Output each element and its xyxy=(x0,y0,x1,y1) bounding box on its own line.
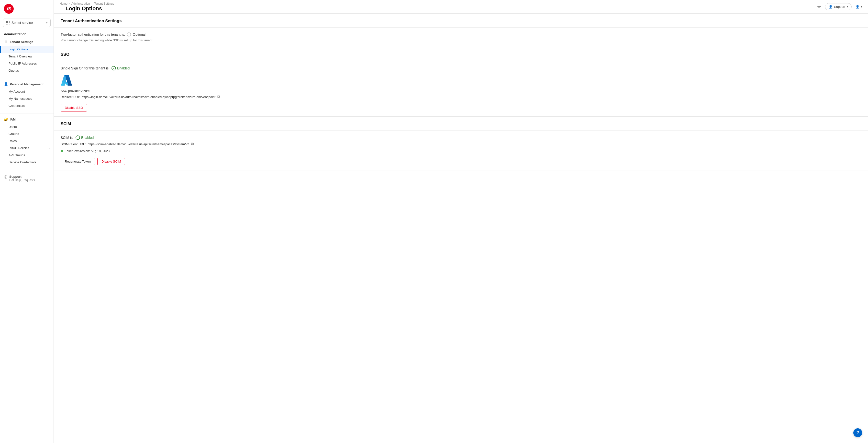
sidebar-item-public-ip-addresses[interactable]: Public IP Addresses xyxy=(0,60,54,67)
redirect-uri-row: Redirect URI: https://login-demo1.volter… xyxy=(61,95,861,99)
personal-management-label: Personal Management xyxy=(10,83,43,86)
redirect-uri-label: Redirect URI: xyxy=(61,95,80,99)
iam-icon: 🔐 xyxy=(4,117,8,121)
sidebar-item-credentials[interactable]: Credentials xyxy=(0,102,54,109)
support-section: ⓘ Support Get Help, Requests xyxy=(0,172,54,185)
breadcrumb-home[interactable]: Home xyxy=(60,2,67,5)
scim-check-icon: ✓ xyxy=(75,135,80,140)
support-button[interactable]: 👤 Support ▾ xyxy=(825,3,851,10)
breadcrumb: Home › Administration › Tenant Settings xyxy=(60,2,114,5)
sso-provider-row: SSO provider: Azure xyxy=(61,89,861,93)
scim-client-url-row: SCIM Client URL: https://scim-enabled.de… xyxy=(61,142,861,146)
support-chevron-icon: ▾ xyxy=(847,5,848,8)
sidebar-item-my-account[interactable]: My Account xyxy=(0,88,54,95)
scim-btn-row: Regenerate Token Disable SCIM xyxy=(61,158,861,165)
sidebar-item-tenant-overview[interactable]: Tenant Overview xyxy=(0,53,54,60)
user-button[interactable]: 👤 ▾ xyxy=(856,5,862,8)
topbar-right: ✏ 👤 Support ▾ 👤 ▾ xyxy=(817,3,862,10)
two-factor-status: Optional xyxy=(133,33,146,36)
copy-redirect-icon[interactable]: ⧉ xyxy=(217,95,220,99)
sso-status-badge: ✓ Enabled xyxy=(112,66,130,70)
breadcrumb-sep-2: › xyxy=(91,2,92,5)
tenant-settings-icon: ⊞ xyxy=(4,40,8,44)
scim-status-badge: ✓ Enabled xyxy=(75,135,94,140)
copy-scim-url-icon[interactable]: ⧉ xyxy=(191,142,194,146)
sso-check-icon: ✓ xyxy=(112,66,116,70)
sidebar-item-roles[interactable]: Roles xyxy=(0,137,54,145)
scim-status-row: SCIM is: ✓ Enabled xyxy=(61,135,861,140)
support-section-sub: Get Help, Requests xyxy=(9,179,35,182)
sidebar-item-users[interactable]: Users xyxy=(0,123,54,130)
main-area: Home › Administration › Tenant Settings … xyxy=(54,0,868,443)
disable-sso-button[interactable]: Disable SSO xyxy=(61,104,87,112)
sso-status-text: Enabled xyxy=(117,66,130,70)
tenant-auth-note: You cannot change this setting while SSO… xyxy=(61,38,861,42)
personal-management-section: 👤 Personal Management My Account My Name… xyxy=(0,80,54,111)
scim-title: SCIM xyxy=(54,117,868,131)
token-expiry-row: Token expires on: Aug 18, 2023 xyxy=(61,149,861,153)
azure-logo xyxy=(61,74,72,86)
user-icon: 👤 xyxy=(856,5,860,8)
grid-icon xyxy=(6,21,9,25)
sidebar: f5 Select service ▾ Administration ⊞ Ten… xyxy=(0,0,54,443)
select-service-dropdown[interactable]: Select service ▾ xyxy=(3,19,51,27)
breadcrumb-administration[interactable]: Administration xyxy=(71,2,90,5)
token-dot-icon xyxy=(61,150,63,152)
support-section-label[interactable]: Support xyxy=(9,175,35,179)
tenant-auth-body: Two-factor authentication for this tenan… xyxy=(54,28,868,47)
two-factor-label: Two-factor authentication for this tenan… xyxy=(61,33,125,36)
help-circle-button[interactable]: ? xyxy=(853,428,862,437)
scim-body: SCIM is: ✓ Enabled SCIM Client URL: http… xyxy=(54,131,868,170)
tenant-auth-title: Tenant Authentication Settings xyxy=(54,14,868,28)
topbar-left: Home › Administration › Tenant Settings … xyxy=(60,2,114,12)
scim-client-url-value: https://scim-enabled.demo1.volterra.us/a… xyxy=(88,142,189,146)
tenant-settings-label: Tenant Settings xyxy=(10,40,33,44)
logo-area: f5 xyxy=(0,0,54,17)
breadcrumb-tenant-settings: Tenant Settings xyxy=(94,2,114,5)
support-section-icon: ⓘ xyxy=(4,175,7,180)
content-area: Tenant Authentication Settings Two-facto… xyxy=(54,14,868,443)
select-service-label: Select service xyxy=(11,21,33,25)
edit-icon[interactable]: ✏ xyxy=(817,4,821,9)
person-icon: 👤 xyxy=(4,82,8,86)
sso-label: Single Sign On for this tenant is: xyxy=(61,66,110,70)
iam-section: 🔐 IAM Users Groups Roles RBAC Policies ›… xyxy=(0,116,54,168)
sidebar-item-api-groups[interactable]: API Groups xyxy=(0,152,54,159)
divider-2 xyxy=(0,113,54,114)
two-factor-row: Two-factor authentication for this tenan… xyxy=(61,33,861,36)
sso-card: SSO Single Sign On for this tenant is: ✓… xyxy=(54,47,868,117)
scim-status-text: Enabled xyxy=(81,136,94,139)
sso-status-row: Single Sign On for this tenant is: ✓ Ena… xyxy=(61,66,861,70)
user-chevron-icon: ▾ xyxy=(861,5,862,8)
sidebar-item-groups[interactable]: Groups xyxy=(0,130,54,137)
topbar: Home › Administration › Tenant Settings … xyxy=(54,0,868,14)
sso-btn-row: Disable SSO xyxy=(61,104,861,112)
iam-label: IAM xyxy=(10,118,16,121)
regenerate-token-button[interactable]: Regenerate Token xyxy=(61,158,95,165)
sidebar-item-my-namespaces[interactable]: My Namespaces xyxy=(0,95,54,102)
iam-header[interactable]: 🔐 IAM xyxy=(0,116,54,123)
f5-logo: f5 xyxy=(4,4,14,14)
scim-label: SCIM is: xyxy=(61,136,73,139)
sidebar-item-quotas[interactable]: Quotas xyxy=(0,67,54,74)
rbac-arrow-icon: › xyxy=(49,146,50,150)
personal-management-header[interactable]: 👤 Personal Management xyxy=(0,80,54,88)
page-title: Login Options xyxy=(60,5,114,12)
sidebar-item-login-options[interactable]: Login Options xyxy=(0,46,54,53)
token-expiry-label: Token expires on: Aug 18, 2023 xyxy=(65,149,110,153)
support-btn-label: Support xyxy=(834,5,845,8)
administration-section: Administration ⊞ Tenant Settings Login O… xyxy=(0,29,54,76)
scim-card: SCIM SCIM is: ✓ Enabled SCIM Client URL:… xyxy=(54,117,868,170)
administration-title: Administration xyxy=(0,29,54,38)
sso-title: SSO xyxy=(54,47,868,61)
scim-client-url-label: SCIM Client URL: xyxy=(61,142,86,146)
support-btn-icon: 👤 xyxy=(829,5,833,8)
chevron-down-icon: ▾ xyxy=(46,22,48,24)
disable-scim-button[interactable]: Disable SCIM xyxy=(97,158,125,165)
info-icon: i xyxy=(127,33,131,36)
redirect-uri-value: https://login-demo1.volterra.us/auth/rea… xyxy=(82,95,215,99)
sso-body: Single Sign On for this tenant is: ✓ Ena… xyxy=(54,61,868,116)
sidebar-item-rbac-policies[interactable]: RBAC Policies › xyxy=(0,145,54,152)
sidebar-item-service-credentials[interactable]: Service Credentials xyxy=(0,159,54,166)
tenant-settings-header[interactable]: ⊞ Tenant Settings xyxy=(0,38,54,46)
